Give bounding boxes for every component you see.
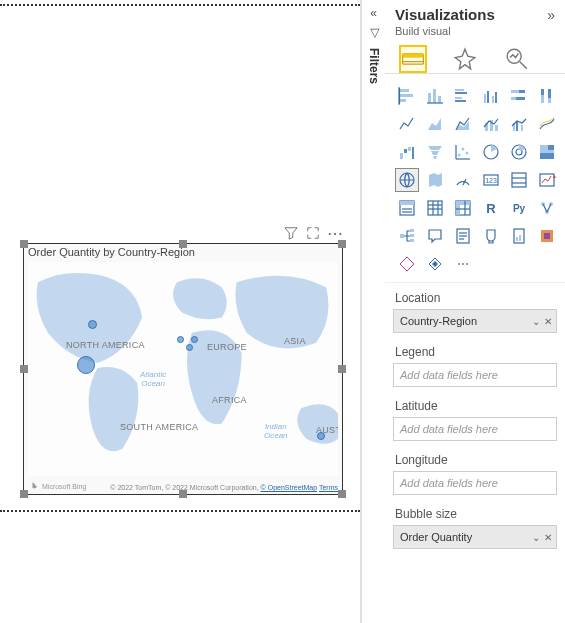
latitude-label: Latitude bbox=[385, 391, 565, 417]
viz-key-influencers-icon[interactable] bbox=[535, 196, 559, 220]
map-visual[interactable]: ⋯ Order Quantity by Country-Region NORTH… bbox=[23, 243, 343, 495]
resize-handle[interactable] bbox=[338, 365, 346, 373]
expand-filters-icon[interactable]: « bbox=[370, 6, 377, 20]
viz-waterfall-icon[interactable] bbox=[395, 140, 419, 164]
viz-clustered-column-icon[interactable] bbox=[479, 84, 503, 108]
viz-stacked-area-icon[interactable] bbox=[451, 112, 475, 136]
data-bubble[interactable] bbox=[186, 344, 193, 351]
svg-point-42 bbox=[466, 152, 469, 155]
viz-matrix-icon[interactable] bbox=[451, 196, 475, 220]
viz-clustered-bar-icon[interactable] bbox=[451, 84, 475, 108]
data-bubble[interactable] bbox=[88, 320, 97, 329]
viz-donut-icon[interactable] bbox=[507, 140, 531, 164]
visualizations-pane: Visualizations » Build visual bbox=[385, 0, 565, 623]
bubble-size-value: Order Quantity bbox=[400, 531, 472, 543]
legend-placeholder: Add data fields here bbox=[400, 369, 498, 381]
viz-area-icon[interactable] bbox=[423, 112, 447, 136]
filters-label[interactable]: Filters bbox=[367, 48, 381, 84]
tab-analytics[interactable] bbox=[503, 45, 531, 73]
viz-pie-icon[interactable] bbox=[479, 140, 503, 164]
continent-label: AFRICA bbox=[212, 395, 247, 405]
report-canvas[interactable]: ⋯ Order Quantity by Country-Region NORTH… bbox=[0, 0, 361, 623]
data-bubble[interactable] bbox=[317, 432, 325, 440]
bubble-size-well[interactable]: Order Quantity ⌄✕ bbox=[393, 525, 557, 549]
chevron-down-icon[interactable]: ⌄ bbox=[532, 316, 540, 327]
svg-rect-37 bbox=[404, 149, 407, 153]
data-bubble[interactable] bbox=[77, 356, 95, 374]
resize-handle[interactable] bbox=[179, 240, 187, 248]
resize-handle[interactable] bbox=[338, 240, 346, 248]
viz-stacked-column-icon[interactable] bbox=[423, 84, 447, 108]
viz-line-stacked-column-icon[interactable] bbox=[479, 112, 503, 136]
map-credit: Microsoft Bing bbox=[30, 481, 86, 491]
viz-slicer-icon[interactable] bbox=[395, 196, 419, 220]
viz-power-apps-icon[interactable] bbox=[535, 224, 559, 248]
remove-field-icon[interactable]: ✕ bbox=[544, 316, 552, 327]
chevron-down-icon[interactable]: ⌄ bbox=[532, 532, 540, 543]
map-attribution: © 2022 TomTom, © 2022 Microsoft Corporat… bbox=[110, 484, 338, 491]
svg-rect-39 bbox=[412, 147, 414, 159]
viz-python-icon[interactable]: Py bbox=[507, 196, 531, 220]
resize-handle[interactable] bbox=[20, 490, 28, 498]
viz-power-automate-icon[interactable] bbox=[395, 252, 419, 276]
viz-qa-icon[interactable] bbox=[423, 224, 447, 248]
location-well[interactable]: Country-Region ⌄✕ bbox=[393, 309, 557, 333]
svg-rect-2 bbox=[403, 54, 424, 58]
viz-line-clustered-column-icon[interactable] bbox=[507, 112, 531, 136]
collapse-pane-icon[interactable]: » bbox=[547, 7, 555, 23]
viz-line-icon[interactable] bbox=[395, 112, 419, 136]
world-map-svg bbox=[28, 262, 338, 476]
more-options-icon[interactable]: ⋯ bbox=[328, 226, 342, 240]
viz-ribbon-icon[interactable] bbox=[535, 112, 559, 136]
focus-mode-icon[interactable] bbox=[306, 226, 320, 240]
svg-rect-23 bbox=[519, 90, 525, 93]
viz-funnel-icon[interactable] bbox=[423, 140, 447, 164]
viz-paginated-report-icon[interactable] bbox=[507, 224, 531, 248]
viz-filled-map-icon[interactable] bbox=[423, 168, 447, 192]
tab-format-visual[interactable] bbox=[451, 45, 479, 73]
resize-handle[interactable] bbox=[20, 240, 28, 248]
viz-scatter-icon[interactable] bbox=[451, 140, 475, 164]
bubble-size-label: Bubble size bbox=[385, 499, 565, 525]
legend-well[interactable]: Add data fields here bbox=[393, 363, 557, 387]
resize-handle[interactable] bbox=[179, 490, 187, 498]
osm-link[interactable]: © OpenStreetMap bbox=[261, 484, 318, 491]
pane-title: Visualizations bbox=[395, 6, 495, 23]
tab-build-visual[interactable] bbox=[399, 45, 427, 73]
terms-link[interactable]: Terms bbox=[319, 484, 338, 491]
viz-arcgis-icon[interactable] bbox=[423, 252, 447, 276]
viz-smart-narrative-icon[interactable] bbox=[451, 224, 475, 248]
viz-card-icon[interactable]: 123 bbox=[479, 168, 503, 192]
resize-handle[interactable] bbox=[338, 490, 346, 498]
longitude-well[interactable]: Add data fields here bbox=[393, 471, 557, 495]
viz-r-script-icon[interactable]: R bbox=[479, 196, 503, 220]
field-wells: Location Country-Region ⌄✕ Legend Add da… bbox=[385, 282, 565, 553]
svg-rect-17 bbox=[455, 100, 466, 102]
resize-handle[interactable] bbox=[20, 365, 28, 373]
data-bubble[interactable] bbox=[177, 336, 184, 343]
svg-rect-32 bbox=[495, 125, 498, 131]
viz-multirow-card-icon[interactable] bbox=[507, 168, 531, 192]
viz-get-more-icon[interactable]: ⋯ bbox=[451, 252, 475, 276]
remove-field-icon[interactable]: ✕ bbox=[544, 532, 552, 543]
visual-header: ⋯ bbox=[284, 226, 342, 240]
latitude-placeholder: Add data fields here bbox=[400, 423, 498, 435]
viz-100-stacked-column-icon[interactable] bbox=[535, 84, 559, 108]
svg-rect-82 bbox=[410, 234, 414, 237]
data-bubble[interactable] bbox=[191, 336, 198, 343]
bookmark-icon[interactable]: ◁ bbox=[367, 29, 381, 38]
viz-gauge-icon[interactable] bbox=[451, 168, 475, 192]
viz-decomposition-tree-icon[interactable] bbox=[395, 224, 419, 248]
viz-map-icon[interactable] bbox=[395, 168, 419, 192]
latitude-well[interactable]: Add data fields here bbox=[393, 417, 557, 441]
viz-treemap-icon[interactable] bbox=[535, 140, 559, 164]
filter-icon[interactable] bbox=[284, 226, 298, 240]
viz-kpi-icon[interactable]: ▲ bbox=[535, 168, 559, 192]
viz-stacked-bar-icon[interactable] bbox=[395, 84, 419, 108]
viz-100-stacked-bar-icon[interactable] bbox=[507, 84, 531, 108]
svg-rect-80 bbox=[400, 234, 404, 238]
viz-goals-icon[interactable] bbox=[479, 224, 503, 248]
map-area[interactable]: NORTH AMERICA SOUTH AMERICA EUROPE AFRIC… bbox=[28, 262, 338, 476]
viz-table-icon[interactable] bbox=[423, 196, 447, 220]
svg-rect-12 bbox=[438, 96, 441, 103]
